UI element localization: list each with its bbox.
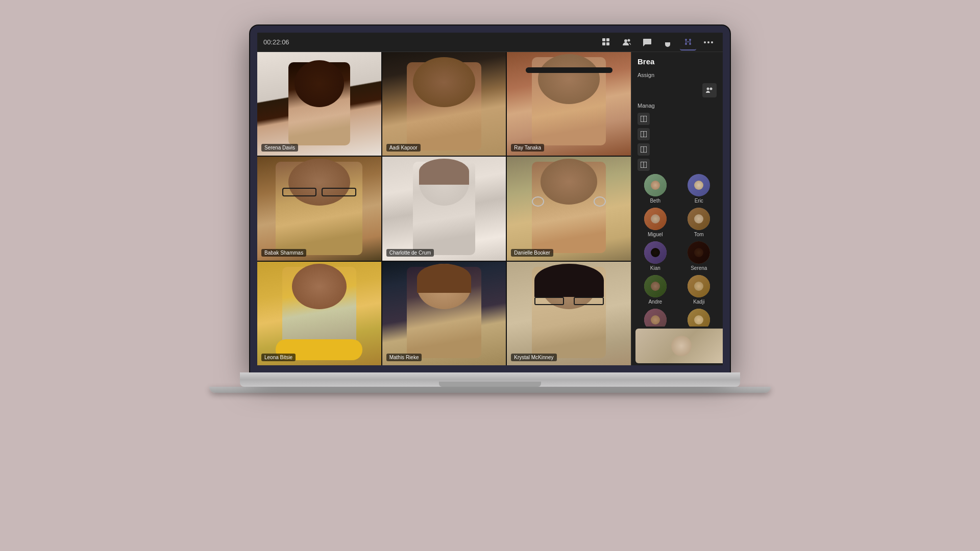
participant-name-miguel: Miguel — [648, 232, 663, 237]
video-feed-person7 — [257, 262, 381, 365]
participant-name-serena: Serena — [691, 265, 707, 271]
video-feed-charlotte — [382, 157, 506, 260]
avatar-eric — [688, 174, 710, 196]
svg-point-14 — [707, 41, 709, 43]
mini-video-kate — [635, 329, 723, 363]
video-feed-danielle — [507, 157, 631, 260]
participant-name-kian: Kian — [650, 265, 660, 271]
svg-point-7 — [689, 39, 691, 41]
laptop-frame: 00:22:06 — [245, 26, 735, 525]
name-tag-babak: Babak Shammas — [261, 249, 306, 257]
participant-reta[interactable]: Reta — [635, 309, 675, 327]
svg-rect-3 — [606, 42, 609, 45]
avatar-beth — [644, 174, 667, 196]
chat-icon[interactable] — [639, 34, 655, 51]
name-tag-krystal: Krystal McKinney — [511, 354, 556, 361]
teams-app: 00:22:06 — [257, 33, 723, 365]
name-tag-danielle: Danielle Booker — [511, 249, 553, 257]
laptop-base — [240, 372, 740, 387]
svg-point-13 — [704, 41, 706, 43]
participant-kian[interactable]: Kian — [635, 241, 675, 271]
video-feed-babak — [257, 157, 381, 260]
svg-rect-0 — [602, 38, 605, 41]
avatar-josh — [688, 309, 710, 327]
participant-serena[interactable]: Serena — [679, 241, 719, 271]
assign-icon[interactable] — [702, 83, 717, 97]
top-bar: 00:22:06 — [257, 33, 723, 52]
participant-name-andre: Andre — [648, 299, 662, 305]
participant-miguel[interactable]: Miguel — [635, 208, 675, 237]
people-icon[interactable] — [619, 34, 635, 51]
svg-point-6 — [685, 39, 687, 41]
breakout-title: Brea — [638, 57, 654, 66]
video-feed-krystal — [507, 262, 631, 365]
participant-eric[interactable]: Eric — [679, 174, 719, 204]
video-feed-mathis — [382, 262, 506, 365]
name-tag-person7: Leona Bitsie — [261, 354, 296, 361]
video-feed-serena — [257, 52, 381, 156]
video-cell-mathis: Mathis Rieke — [382, 262, 506, 365]
room-icon-2[interactable] — [638, 128, 650, 140]
breakout-rooms-icon[interactable] — [680, 34, 696, 51]
participant-name-beth: Beth — [650, 198, 660, 204]
video-cell-charlotte: Charlotte de Crum — [382, 157, 506, 260]
video-cell-babak-shammas: Babak Shammas — [257, 157, 381, 260]
room-icon-3[interactable] — [638, 143, 650, 156]
grid-view-icon[interactable] — [598, 34, 615, 51]
video-feed-ray — [507, 52, 631, 156]
room-icon-4[interactable] — [638, 159, 650, 171]
svg-point-4 — [624, 39, 627, 42]
room-icon-1[interactable] — [638, 113, 650, 125]
video-cell-person7: Leona Bitsie — [257, 262, 381, 365]
participant-josh[interactable]: Josh — [679, 309, 719, 327]
video-cell-krystal: Krystal McKinney — [507, 262, 631, 365]
name-tag-ray: Ray Tanaka — [511, 144, 544, 152]
svg-point-16 — [707, 88, 709, 90]
svg-rect-1 — [606, 38, 609, 41]
right-sidebar: Brea Assign — [631, 52, 723, 365]
video-cell-ray-tanaka: Ray Tanaka — [507, 52, 631, 156]
avatar-kian — [644, 241, 667, 264]
participant-beth[interactable]: Beth — [635, 174, 675, 204]
more-options-icon[interactable] — [700, 34, 717, 51]
svg-point-5 — [628, 39, 630, 41]
avatar-reta — [644, 309, 667, 327]
avatar-miguel — [644, 208, 667, 230]
participant-andre[interactable]: Andre — [635, 275, 675, 305]
video-feed-aadi — [382, 52, 506, 156]
video-grid: Serena Davis Aadi Kapoor — [257, 52, 631, 365]
manage-action[interactable]: Manag — [631, 99, 723, 112]
screen-bezel: 00:22:06 — [250, 26, 730, 372]
avatar-tom — [688, 208, 710, 230]
avatar-andre — [644, 275, 667, 297]
video-cell-danielle: Danielle Booker — [507, 157, 631, 260]
participant-kadji[interactable]: Kadji — [679, 275, 719, 305]
participant-tom[interactable]: Tom — [679, 208, 719, 237]
raise-hand-icon[interactable] — [659, 34, 676, 51]
svg-point-17 — [710, 88, 713, 90]
svg-point-8 — [685, 43, 687, 45]
video-cell-serena-davis: Serena Davis — [257, 52, 381, 156]
name-tag-mathis: Mathis Rieke — [386, 354, 422, 361]
avatar-kadji — [688, 275, 710, 297]
participants-grid: Beth Eric — [631, 172, 723, 327]
laptop-base-bottom — [209, 387, 771, 393]
name-tag-charlotte: Charlotte de Crum — [386, 249, 434, 257]
toolbar-icons — [598, 34, 717, 51]
svg-point-15 — [711, 41, 713, 43]
call-timer: 00:22:06 — [263, 38, 592, 46]
name-tag-aadi: Aadi Kapoor — [386, 144, 421, 152]
manage-label: Manag — [638, 103, 655, 109]
participant-name-kadji: Kadji — [693, 299, 704, 305]
participant-name-eric: Eric — [695, 198, 703, 204]
assign-label: Assign — [638, 72, 654, 78]
name-tag-serena: Serena Davis — [261, 144, 298, 152]
assign-action[interactable]: Assign — [631, 69, 723, 81]
participant-name-tom: Tom — [694, 232, 704, 237]
svg-rect-2 — [602, 42, 605, 45]
avatar-serena — [688, 241, 710, 264]
video-cell-aadi-kapoor: Aadi Kapoor — [382, 52, 506, 156]
sidebar-header: Brea — [631, 52, 723, 69]
main-content: Serena Davis Aadi Kapoor — [257, 52, 723, 365]
svg-point-9 — [689, 43, 691, 45]
